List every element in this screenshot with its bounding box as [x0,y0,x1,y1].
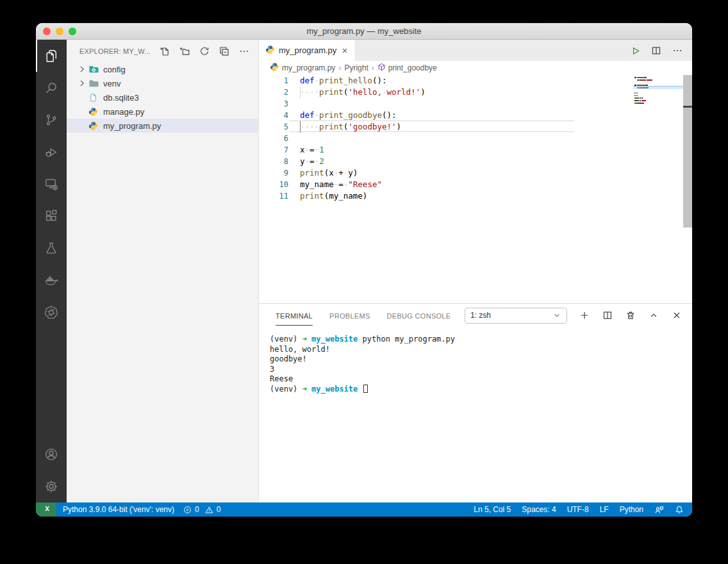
activity-bar-bottom [36,438,67,502]
terminal-tab-terminal[interactable]: TERMINAL [276,305,313,326]
minimize-window-button[interactable] [56,28,63,35]
line-number: 1 [259,75,288,87]
activity-item-search[interactable] [36,72,67,104]
minimap-current-line [633,86,683,89]
status-item-utf-8[interactable]: UTF-8 [567,505,589,514]
activity-item-remote-explorer[interactable] [36,168,67,200]
trash-icon[interactable] [625,310,636,320]
editor-group: my_program.py my_program.py›Pyright›prin… [259,40,692,502]
zoom-window-button[interactable] [69,28,76,35]
run-icon[interactable] [630,46,640,56]
status-item-lf[interactable]: LF [600,505,609,514]
collapse-all-icon[interactable] [219,46,229,56]
code-line-7: 7x·=·1 [259,144,633,156]
chevron-down-icon [552,311,561,320]
scrollbar-cursor-marker [683,106,692,108]
new-file-icon[interactable] [160,46,170,56]
close-icon[interactable] [672,310,682,320]
status-item-spaces-4[interactable]: Spaces: 4 [522,505,556,514]
code-area[interactable]: 1def·print_hello():2····print('hello,·wo… [259,75,633,303]
tab-close-icon[interactable] [340,46,349,55]
refresh-icon[interactable] [199,46,210,56]
minimap[interactable] [633,75,683,303]
feedback-icon[interactable] [654,505,664,515]
code-line-4: 4def·print_goodbye(): [259,110,633,121]
terminal-line: goodbye! [270,354,692,365]
terminal-output[interactable]: (venv) ➜ my_website python my_program.py… [259,327,692,394]
new-folder-icon[interactable] [179,46,190,56]
problems-status[interactable]: 0 0 [183,505,220,514]
status-left: Python 3.9.0 64-bit ('venv': venv) 0 0 [56,505,220,514]
line-number: 8 [259,156,288,167]
editor-scrollbar[interactable] [683,75,692,303]
python-icon [88,121,100,131]
breadcrumb: my_program.py›Pyright›print_goodbye [259,61,692,75]
chevron-up-icon[interactable] [649,310,659,320]
line-number: 3 [259,98,288,110]
breadcrumb-label: Pyright [344,63,368,72]
tree-item-my_program-py[interactable]: my_program.py [67,119,258,133]
close-window-button[interactable] [43,28,51,35]
python-icon [270,62,279,74]
terminal-select-value: 1: zsh [470,311,491,320]
chevron-right-icon [77,78,88,88]
status-item-ln-5-col-5[interactable]: Ln 5, Col 5 [474,505,511,514]
more-icon[interactable] [672,46,682,56]
tree-item-db-sqlite3[interactable]: db.sqlite3 [67,90,258,104]
code-text: ····print('goodbye!') [288,121,401,133]
code-text: ····print('hello,·world!') [288,87,426,98]
scrollbar-track[interactable] [683,75,692,228]
activity-item-run-debug[interactable] [36,136,67,168]
activity-item-testing[interactable] [36,232,67,264]
terminal-tab-debug-console[interactable]: DEBUG CONSOLE [387,305,451,326]
explorer-icon [44,48,59,63]
tree-item-venv[interactable]: venv [67,76,258,90]
terminal-tab-problems[interactable]: PROBLEMS [329,305,370,326]
code-line-11: 11print(my_name) [259,190,633,202]
terminal-select[interactable]: 1: zsh [465,308,567,324]
error-icon [183,506,192,514]
breadcrumb-item[interactable]: print_goodbye [377,63,437,73]
python-interpreter-status[interactable]: Python 3.9.0 64-bit ('venv': venv) [63,505,174,514]
terminal-line: Reese [270,374,692,385]
activity-item-source-control[interactable] [36,104,67,136]
code-text [288,133,300,144]
breadcrumb-item[interactable]: Pyright [344,63,368,72]
breadcrumb-label: print_goodbye [388,63,437,72]
main-area: EXPLORER: MY_W... configvenvdb.sqlite3ma… [36,40,692,502]
tree-item-config[interactable]: config [67,62,258,76]
python-icon [88,107,100,117]
remote-explorer-icon [44,176,59,192]
activity-item-extensions[interactable] [36,200,67,232]
tree-item-manage-py[interactable]: manage.py [67,104,258,119]
traffic-lights [43,28,76,35]
code-line-8: 8y·=·2 [259,156,633,167]
terminal-panel: TERMINALPROBLEMSDEBUG CONSOLE 1: zsh (ve… [259,303,692,502]
remote-indicator[interactable] [36,502,56,517]
line-number: 7 [259,144,288,156]
bell-icon[interactable] [675,505,684,514]
terminal-tabs: TERMINALPROBLEMSDEBUG CONSOLE [276,305,451,326]
split-icon[interactable] [602,310,613,320]
code-line-9: 9print(x·+·y) [259,167,633,179]
terminal-line: 3 [270,365,692,375]
activity-item-docker[interactable] [36,264,67,296]
terminal-action-icons [579,310,682,320]
status-right: Ln 5, Col 5Spaces: 4UTF-8LFPython [474,505,692,515]
settings-icon [44,479,59,494]
terminal-line: (venv) ➜ my_website [270,385,692,395]
activity-item-kubernetes[interactable] [36,296,67,328]
activity-item-account[interactable] [36,438,67,470]
folder-config-icon [88,64,100,74]
breadcrumb-item[interactable]: my_program.py [270,62,335,74]
testing-icon [44,240,59,256]
code-line-5: 5····print('goodbye!') [259,121,633,133]
tab-my-program[interactable]: my_program.py [259,40,356,61]
activity-item-explorer[interactable] [36,40,67,72]
status-item-python[interactable]: Python [620,505,643,514]
folder-icon [88,78,100,88]
more-icon[interactable] [239,46,249,56]
split-editor-icon[interactable] [651,46,661,56]
activity-item-settings[interactable] [36,470,67,502]
plus-icon[interactable] [579,310,590,320]
